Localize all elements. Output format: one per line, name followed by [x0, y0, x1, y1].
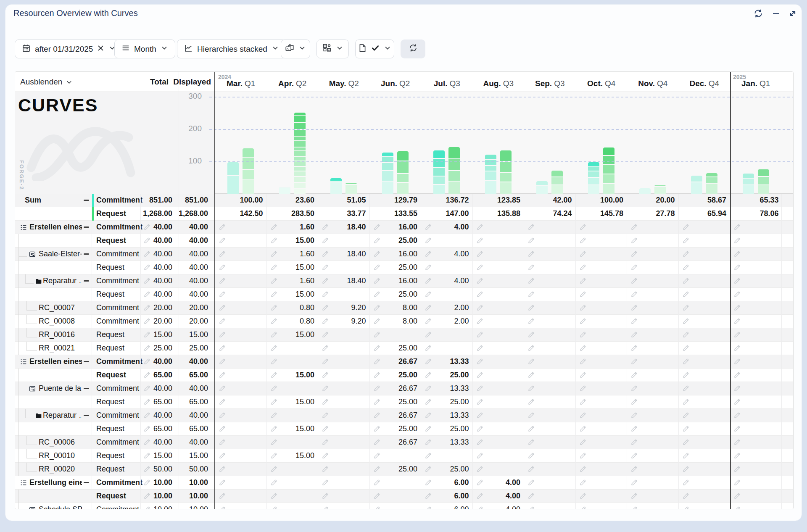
edit-pencil-icon[interactable] [374, 506, 380, 509]
edit-pencil-icon[interactable] [374, 277, 380, 286]
edit-pencil-icon[interactable] [734, 331, 741, 340]
edit-pencil-icon[interactable] [219, 224, 226, 232]
edit-pencil-icon[interactable] [477, 452, 483, 461]
edit-pencil-icon[interactable] [528, 479, 535, 487]
edit-pencil-icon[interactable] [219, 439, 226, 447]
edit-pencil-icon[interactable] [477, 331, 483, 340]
edit-pencil-icon[interactable] [631, 506, 638, 509]
edit-pencil-icon[interactable] [322, 452, 329, 461]
edit-pencil-icon[interactable] [580, 385, 586, 393]
edit-pencil-icon[interactable] [374, 358, 380, 366]
edit-pencil-icon[interactable] [271, 492, 277, 501]
edit-pencil-icon[interactable] [219, 345, 226, 353]
edit-pencil-icon[interactable] [683, 479, 689, 487]
edit-pencil-icon[interactable] [425, 345, 432, 353]
edit-pencil-icon[interactable] [528, 318, 535, 326]
edit-pencil-icon[interactable] [271, 277, 277, 286]
edit-pencil-icon[interactable] [425, 264, 432, 272]
edit-pencil-icon[interactable] [734, 345, 741, 353]
clear-filter-icon[interactable] [97, 45, 104, 54]
displayed-value[interactable]: 40.00 [179, 221, 212, 234]
edit-pencil-icon[interactable] [631, 385, 638, 393]
edit-pencil-icon[interactable] [477, 264, 483, 272]
date-filter-button[interactable]: after 01/31/2025 [15, 40, 123, 58]
edit-pencil-icon[interactable] [580, 479, 586, 487]
edit-pencil-icon[interactable] [425, 318, 432, 326]
displayed-value[interactable]: 40.00 [179, 248, 212, 261]
edit-pencil-icon[interactable] [322, 425, 329, 434]
edit-pencil-icon[interactable] [271, 250, 277, 259]
edit-pencil-icon[interactable] [144, 250, 150, 259]
collapse-button[interactable] [84, 415, 89, 416]
edit-pencil-icon[interactable] [477, 398, 483, 407]
edit-pencil-icon[interactable] [322, 506, 329, 509]
edit-pencil-icon[interactable] [322, 345, 329, 353]
edit-pencil-icon[interactable] [374, 250, 380, 259]
edit-pencil-icon[interactable] [477, 318, 483, 326]
edit-pencil-icon[interactable] [683, 264, 689, 272]
edit-pencil-icon[interactable] [631, 452, 638, 461]
interval-button[interactable]: Month [114, 40, 175, 58]
edit-pencil-icon[interactable] [271, 371, 277, 380]
edit-pencil-icon[interactable] [144, 304, 150, 313]
edit-pencil-icon[interactable] [528, 439, 535, 447]
edit-pencil-icon[interactable] [528, 452, 535, 461]
edit-pencil-icon[interactable] [219, 291, 226, 299]
edit-pencil-icon[interactable] [322, 479, 329, 487]
edit-pencil-icon[interactable] [374, 439, 380, 447]
edit-pencil-icon[interactable] [374, 264, 380, 272]
edit-pencil-icon[interactable] [144, 466, 150, 474]
displayed-value[interactable]: 15.00 [179, 449, 212, 462]
edit-pencil-icon[interactable] [322, 224, 329, 232]
edit-pencil-icon[interactable] [144, 371, 150, 380]
edit-pencil-icon[interactable] [528, 291, 535, 299]
edit-pencil-icon[interactable] [580, 345, 586, 353]
edit-pencil-icon[interactable] [374, 371, 380, 380]
edit-pencil-icon[interactable] [219, 466, 226, 474]
edit-pencil-icon[interactable] [425, 358, 432, 366]
edit-pencil-icon[interactable] [271, 224, 277, 232]
edit-pencil-icon[interactable] [425, 506, 432, 509]
displayed-value[interactable]: 40.00 [179, 382, 212, 395]
edit-pencil-icon[interactable] [528, 506, 535, 509]
edit-pencil-icon[interactable] [271, 506, 277, 509]
edit-pencil-icon[interactable] [322, 398, 329, 407]
edit-pencil-icon[interactable] [734, 264, 741, 272]
edit-pencil-icon[interactable] [144, 358, 150, 366]
edit-pencil-icon[interactable] [528, 425, 535, 434]
edit-pencil-icon[interactable] [631, 304, 638, 313]
edit-pencil-icon[interactable] [580, 250, 586, 259]
edit-pencil-icon[interactable] [219, 479, 226, 487]
refresh-button[interactable] [401, 40, 425, 58]
edit-pencil-icon[interactable] [734, 385, 741, 393]
edit-pencil-icon[interactable] [683, 398, 689, 407]
window-expand-icon[interactable] [787, 8, 799, 19]
edit-pencil-icon[interactable] [477, 277, 483, 286]
edit-pencil-icon[interactable] [144, 439, 150, 447]
edit-pencil-icon[interactable] [374, 318, 380, 326]
collapse-button[interactable] [84, 361, 89, 362]
edit-pencil-icon[interactable] [631, 224, 638, 232]
edit-pencil-icon[interactable] [425, 425, 432, 434]
edit-pencil-icon[interactable] [477, 291, 483, 299]
edit-pencil-icon[interactable] [322, 371, 329, 380]
edit-pencil-icon[interactable] [734, 412, 741, 420]
edit-pencil-icon[interactable] [144, 506, 150, 509]
confirm-document-button[interactable] [355, 40, 394, 58]
edit-pencil-icon[interactable] [631, 331, 638, 340]
edit-pencil-icon[interactable] [144, 331, 150, 340]
edit-pencil-icon[interactable] [528, 371, 535, 380]
displayed-value[interactable]: 10.00 [179, 476, 212, 489]
edit-pencil-icon[interactable] [144, 385, 150, 393]
edit-pencil-icon[interactable] [144, 492, 150, 501]
edit-pencil-icon[interactable] [322, 291, 329, 299]
displayed-value[interactable]: 10.00 [179, 490, 212, 503]
edit-pencil-icon[interactable] [477, 237, 483, 245]
edit-pencil-icon[interactable] [477, 412, 483, 420]
displayed-value[interactable]: 20.00 [179, 315, 212, 328]
edit-pencil-icon[interactable] [271, 452, 277, 461]
edit-pencil-icon[interactable] [144, 412, 150, 420]
edit-pencil-icon[interactable] [477, 371, 483, 380]
edit-pencil-icon[interactable] [734, 318, 741, 326]
displayed-value[interactable]: 40.00 [179, 436, 212, 449]
